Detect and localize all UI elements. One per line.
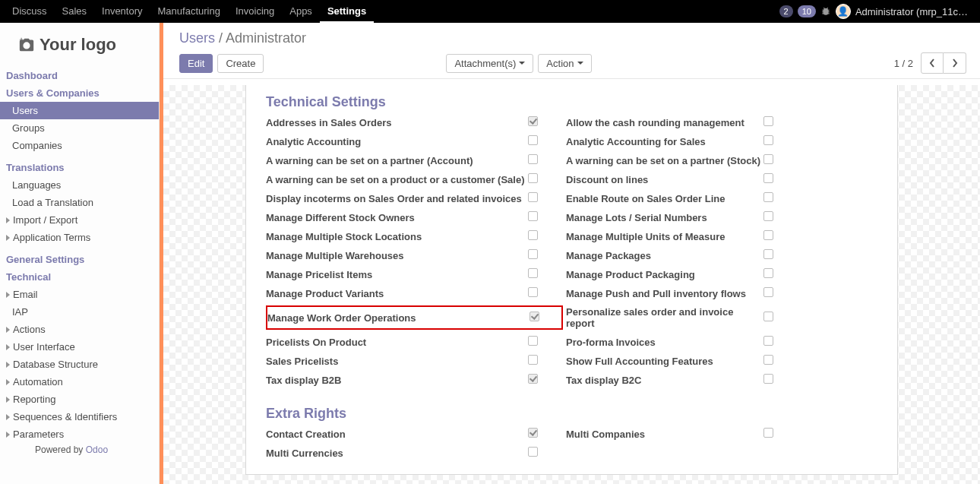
setting-checkbox[interactable] — [763, 249, 773, 259]
logo[interactable]: Your logo — [0, 23, 159, 67]
sidebar-item-reporting[interactable]: Reporting — [0, 391, 159, 408]
topmenu-discuss[interactable]: Discuss — [5, 0, 55, 23]
setting-checkbox[interactable] — [763, 135, 773, 145]
chevron-left-icon — [929, 59, 935, 68]
setting-checkbox[interactable] — [763, 173, 773, 183]
setting-checkbox[interactable] — [763, 312, 773, 321]
user-avatar[interactable]: 👤 — [836, 4, 851, 19]
setting-label: Manage Pricelist Items — [266, 269, 528, 280]
sidebar-translations[interactable]: Translations — [0, 159, 159, 176]
setting-checkbox[interactable] — [763, 154, 773, 164]
setting-label: Manage Work Order Operations — [267, 312, 530, 324]
setting-checkbox[interactable] — [763, 336, 773, 346]
setting-checkbox[interactable] — [530, 312, 539, 321]
setting-checkbox[interactable] — [763, 268, 773, 278]
setting-checkbox[interactable] — [528, 336, 538, 346]
topmenu-invoicing[interactable]: Invoicing — [228, 0, 282, 23]
sidebar-general-settings[interactable]: General Settings — [0, 251, 159, 268]
chevron-right-icon — [6, 232, 13, 243]
topmenu-manufacturing[interactable]: Manufacturing — [150, 0, 228, 23]
setting-checkbox[interactable] — [763, 428, 773, 438]
setting-checkbox[interactable] — [528, 249, 538, 259]
sidebar-item-database-structure[interactable]: Database Structure — [0, 356, 159, 373]
messages-badge[interactable]: 10 — [798, 5, 816, 17]
chevron-right-icon — [6, 324, 13, 335]
attachments-button[interactable]: Attachment(s) — [446, 54, 533, 73]
debug-icon[interactable] — [820, 6, 831, 17]
setting-checkbox[interactable] — [763, 355, 773, 365]
sidebar-item-sequences[interactable]: Sequences & Identifiers — [0, 408, 159, 425]
sidebar-item-iap[interactable]: IAP — [0, 303, 159, 321]
setting-checkbox[interactable] — [528, 428, 538, 438]
sidebar-item-user-interface[interactable]: User Interface — [0, 338, 159, 356]
breadcrumb: Users / Administrator — [179, 30, 966, 46]
setting-label: Show Full Accounting Features — [566, 356, 763, 367]
setting-label: A warning can be set on a partner (Stock… — [566, 155, 763, 166]
activity-badge[interactable]: 2 — [779, 5, 793, 17]
sidebar-item-users[interactable]: Users — [0, 102, 159, 119]
sidebar-dashboard[interactable]: Dashboard — [0, 67, 159, 84]
setting-checkbox[interactable] — [528, 192, 538, 202]
setting-label: Allow the cash rounding management — [566, 117, 763, 128]
setting-checkbox[interactable] — [528, 116, 538, 126]
setting-checkbox[interactable] — [763, 116, 773, 126]
setting-label: Addresses in Sales Orders — [266, 117, 528, 128]
setting-checkbox[interactable] — [528, 173, 538, 183]
pager-prev[interactable] — [921, 52, 944, 74]
user-menu[interactable]: Administrator (mrp_11c… — [855, 6, 968, 17]
chevron-right-icon — [6, 359, 13, 370]
sidebar-item-automation[interactable]: Automation — [0, 373, 159, 391]
setting-checkbox[interactable] — [528, 355, 538, 365]
edit-button[interactable]: Edit — [179, 54, 213, 73]
action-button[interactable]: Action — [538, 54, 591, 73]
chevron-right-icon — [6, 376, 13, 388]
breadcrumb-users[interactable]: Users — [179, 30, 215, 46]
topbar: DiscussSalesInventoryManufacturingInvoic… — [0, 0, 980, 23]
logo-text: Your logo — [40, 35, 116, 55]
chevron-right-icon — [6, 214, 13, 226]
odoo-link[interactable]: Odoo — [86, 444, 108, 455]
setting-checkbox[interactable] — [528, 447, 538, 457]
sidebar-technical[interactable]: Technical — [0, 268, 159, 286]
caret-down-icon — [577, 62, 583, 65]
sidebar-item-load-translation[interactable]: Load a Translation — [0, 194, 159, 211]
pager-text[interactable]: 1 / 2 — [894, 58, 913, 69]
setting-checkbox[interactable] — [528, 374, 538, 384]
highlighted-setting: Manage Work Order Operations — [266, 305, 563, 330]
sidebar-item-email[interactable]: Email — [0, 286, 159, 303]
setting-checkbox[interactable] — [763, 230, 773, 240]
create-button[interactable]: Create — [217, 54, 264, 73]
sidebar-item-languages[interactable]: Languages — [0, 176, 159, 194]
setting-checkbox[interactable] — [528, 135, 538, 145]
topmenu-settings[interactable]: Settings — [320, 0, 374, 23]
setting-checkbox[interactable] — [528, 230, 538, 240]
topmenu-inventory[interactable]: Inventory — [94, 0, 150, 23]
setting-checkbox[interactable] — [763, 211, 773, 221]
setting-label: Manage Push and Pull inventory flows — [566, 288, 763, 299]
sidebar-item-actions[interactable]: Actions — [0, 321, 159, 338]
setting-label: Display incoterms on Sales Order and rel… — [266, 193, 528, 204]
section-technical-settings: Technical Settings — [266, 85, 877, 116]
setting-label: Sales Pricelists — [266, 356, 528, 367]
sidebar-item-groups[interactable]: Groups — [0, 119, 159, 137]
sidebar-item-companies[interactable]: Companies — [0, 137, 159, 154]
setting-checkbox[interactable] — [528, 211, 538, 221]
setting-label: A warning can be set on a partner (Accou… — [266, 155, 528, 166]
setting-checkbox[interactable] — [763, 287, 773, 297]
setting-checkbox[interactable] — [528, 268, 538, 278]
sidebar-item-application-terms[interactable]: Application Terms — [0, 229, 159, 246]
topmenu-apps[interactable]: Apps — [282, 0, 320, 23]
setting-checkbox[interactable] — [528, 287, 538, 297]
setting-checkbox[interactable] — [763, 192, 773, 202]
sidebar-users-companies[interactable]: Users & Companies — [0, 84, 159, 102]
pager-next[interactable] — [944, 52, 966, 74]
sidebar-item-import-export[interactable]: Import / Export — [0, 211, 159, 229]
sidebar-item-parameters[interactable]: Parameters — [0, 425, 159, 443]
setting-checkbox[interactable] — [763, 374, 773, 384]
section-extra-rights: Extra Rights — [266, 397, 877, 428]
topmenu-sales[interactable]: Sales — [55, 0, 95, 23]
setting-label: Manage Lots / Serial Numbers — [566, 212, 763, 223]
chevron-right-icon — [6, 341, 13, 353]
setting-checkbox[interactable] — [528, 154, 538, 164]
powered-by: Powered by Odoo — [0, 443, 159, 455]
